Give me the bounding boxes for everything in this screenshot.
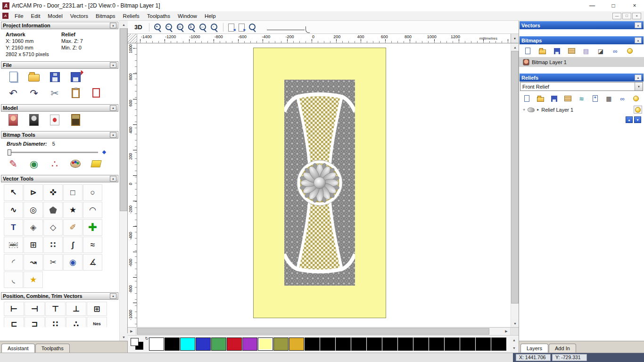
collapse-section-icon[interactable]: ▲ [110,132,116,138]
link-relief-icon[interactable]: ∞ [618,94,627,103]
prev-view-icon[interactable]: ◂ [227,23,236,32]
swatch-black-11[interactable] [445,337,460,351]
swatch-black-13[interactable] [476,337,491,351]
swatch-gold[interactable] [289,337,304,351]
expand-layer-icon[interactable]: + [523,107,525,112]
open-bitmap-layer-icon[interactable] [537,47,547,55]
swatch-white[interactable] [149,337,164,351]
trim-vectors-icon[interactable]: ✂ [43,254,63,271]
smooth-polyline-icon[interactable]: ≈ [83,237,102,253]
panel-menu-icon[interactable]: ▲ [635,74,642,81]
3d-view-button[interactable]: 3D [132,23,145,32]
create-text-icon[interactable]: T [4,219,23,236]
panel-menu-icon[interactable]: ▲ [635,37,642,43]
zoom-previous-icon[interactable] [248,23,257,32]
node-editing-icon[interactable]: ⊳ [24,184,43,201]
align-bottom-icon[interactable]: ⊥ [66,302,86,316]
maximize-button[interactable]: □ [604,0,623,11]
undo-icon[interactable]: ↶ [7,86,20,99]
relief-visibility-button[interactable] [634,106,642,114]
scroll-up-icon[interactable]: ▲ [511,43,519,51]
collapse-section-icon[interactable]: ▲ [110,105,116,111]
menu-item[interactable]: Help [201,12,220,20]
zoom-fit-icon[interactable]: ↔ [198,23,208,32]
tab-toolpaths[interactable]: Toolpaths [35,344,70,353]
swatch-black-6[interactable] [367,337,382,351]
fit-curve-icon[interactable]: ∫ [63,237,83,253]
create-spiral-icon[interactable]: ◉ [63,254,83,271]
mdi-close-button[interactable]: × [632,13,641,19]
save-bitmap-layer-icon[interactable] [552,47,561,55]
canvas-horizontal-scrollbar[interactable]: ▶ ▶ [128,327,519,335]
create-rectangle-icon[interactable]: □ [63,184,83,201]
collapse-section-icon[interactable]: ▲ [110,23,116,28]
align-centre-icon[interactable]: ⊞ [87,302,107,316]
reliefs-panel-header[interactable]: Reliefs ▲ [520,74,644,82]
menu-item[interactable]: Toolpaths [143,12,174,20]
centre-in-page-icon[interactable]: ⊏ [4,317,24,327]
swatch-purple[interactable] [242,337,257,351]
block-paste-icon[interactable]: ✚ [83,219,102,236]
slider-thumb[interactable] [8,149,11,156]
colour-shape-icon[interactable] [48,113,61,126]
create-polygon-icon[interactable] [43,202,63,218]
create-star-icon[interactable]: ★ [63,202,83,218]
swatch-black-5[interactable] [351,337,366,351]
door-artwork[interactable] [253,48,386,318]
texture-relief-icon[interactable]: ▦ [604,94,613,103]
canvas-2d-view[interactable] [137,43,511,327]
scrollbar-thumb[interactable] [120,28,127,211]
pane-split-icon[interactable]: ▶ [128,328,136,335]
tab-assistant[interactable]: Assistant [1,344,35,353]
collapse-section-icon[interactable]: ▲ [110,176,116,181]
model-section-header[interactable]: Model ▲ [1,104,118,112]
project-information-header[interactable]: Project Information ▲ [1,22,118,29]
units-dropdown-button[interactable]: ▼ [511,34,519,43]
next-view-icon[interactable]: ▸ [238,23,246,32]
zoom-1to1-icon[interactable]: 1 [187,23,197,32]
vectors-panel-header[interactable]: Vectors ▲ [520,21,644,29]
create-ellipse-icon[interactable]: ◎ [24,202,43,218]
text-abc-icon[interactable]: ABC [4,237,23,253]
nest-vectors-icon[interactable]: Nes [87,317,107,327]
mdi-minimize-button[interactable]: — [612,13,621,19]
swatch-black-2[interactable] [305,337,320,351]
bitmap-layer-item[interactable]: Bitmap Layer 1 [519,57,644,67]
swatch-black-9[interactable] [413,337,429,351]
paint-vector-icon[interactable]: ✐ [63,219,83,236]
swatch-pale-yellow[interactable] [258,337,273,351]
swatch-blue[interactable] [196,337,211,351]
palette-up-icon[interactable]: ▲ [510,337,518,344]
swatch-black-3[interactable] [320,337,335,351]
move-layer-up-icon[interactable]: ▲ [626,116,633,123]
spread-vectors-icon[interactable]: ∷ [45,317,66,327]
wrap-text-icon[interactable]: ◈ [24,219,43,236]
redo-icon[interactable]: ↷ [27,86,41,99]
position-combine-trim-header[interactable]: Position, Combine, Trim Vectors ▲ [1,292,118,300]
snap-diamond-icon[interactable]: ◇ [43,219,63,236]
collapse-section-icon[interactable]: ▲ [110,62,116,68]
swatch-black[interactable] [165,337,180,351]
open-model-icon[interactable] [27,70,41,83]
menu-item[interactable]: Edit [27,12,44,20]
menu-item[interactable]: Reliefs [119,12,143,20]
brush-diameter-slider[interactable] [8,152,98,153]
create-circle-icon[interactable]: ○ [83,184,102,201]
file-section-header[interactable]: File ▲ [1,61,118,69]
add-relief-layer-icon[interactable]: + [591,94,599,103]
palette-down-icon[interactable]: ▼ [510,345,518,352]
notes-icon[interactable] [90,86,103,99]
canvas-vertical-scrollbar[interactable]: ▲ ▼ [511,43,519,327]
dropdown-arrow-icon[interactable]: ▼ [635,82,643,90]
paint-layer-icon[interactable]: ▤ [581,47,591,55]
bitmaps-panel-header[interactable]: Bitmaps ▲ [520,36,644,44]
swatch-red[interactable] [227,337,242,351]
zoom-box-icon[interactable]: ▭ [176,23,185,32]
greyscale-image-icon[interactable] [27,113,41,126]
paint-brush-icon[interactable]: ✎ [7,157,20,170]
fillet-arc-icon[interactable]: ◜ [4,254,23,271]
zoom-out-icon[interactable]: − [165,23,174,32]
align-top-icon[interactable]: ⊤ [45,302,66,316]
tab-add-in[interactable]: Add In [549,344,576,353]
palette-icon[interactable] [69,157,82,170]
